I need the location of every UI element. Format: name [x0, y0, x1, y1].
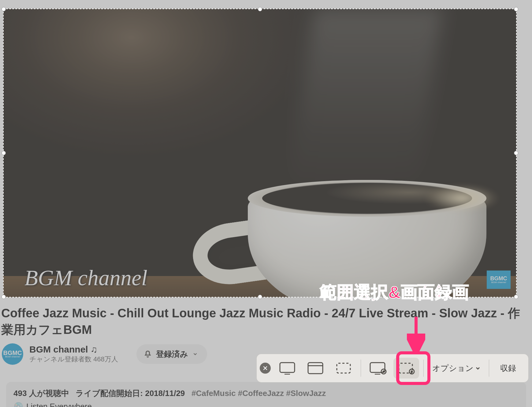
svg-point-12 — [411, 371, 413, 373]
toolbar-separator — [361, 360, 361, 377]
channel-subscribers: チャンネル登録者数 468万人 — [29, 355, 118, 364]
video-watermark: BGM channel — [24, 265, 147, 291]
subscribe-button[interactable]: 登録済み — [136, 344, 207, 364]
close-button[interactable] — [260, 363, 271, 374]
video-bg-glare — [425, 185, 499, 212]
annotation-label: 範囲選択&画面録画 — [320, 281, 469, 304]
screenshot-toolbar: オプション 収録 — [256, 354, 529, 383]
video-bg-steam — [288, 9, 442, 192]
disc-icon: 💿 — [13, 402, 23, 407]
annotation-arrow-icon — [407, 315, 425, 352]
page-root: BGM channel BGMC BGM channel Coffee Jazz… — [0, 0, 532, 407]
music-note-icon: ♫ — [91, 344, 98, 354]
avatar-subtext: BGM channel — [5, 356, 20, 358]
capture-selection-button[interactable] — [331, 358, 356, 379]
description-line: 💿 Listen Everywhere — [13, 402, 519, 407]
channel-name[interactable]: BGM channel ♫ — [29, 344, 118, 355]
bell-icon — [144, 350, 152, 358]
chevron-down-icon — [192, 351, 198, 357]
capture-entire-screen-button[interactable] — [274, 358, 300, 379]
svg-rect-6 — [370, 363, 385, 372]
subscribe-label: 登録済み — [156, 349, 188, 360]
svg-rect-10 — [399, 363, 412, 373]
record-selection-button[interactable] — [393, 358, 419, 379]
listen-everywhere-text: Listen Everywhere — [26, 402, 92, 407]
channel-avatar[interactable]: BGMC BGM channel — [2, 343, 23, 365]
toolbar-separator-2 — [423, 360, 424, 377]
channel-text: BGM channel ♫ チャンネル登録者数 468万人 — [29, 344, 118, 364]
logo-subtext: BGM channel — [491, 281, 506, 283]
record-label: 収録 — [500, 364, 516, 373]
record-screen-icon — [369, 362, 387, 375]
toolbar-separator-3 — [489, 360, 489, 377]
svg-rect-3 — [308, 363, 323, 374]
video-description[interactable]: 493 人が視聴中 ライブ配信開始日: 2018/11/29 #CafeMusi… — [6, 382, 526, 407]
record-entire-screen-button[interactable] — [365, 358, 391, 379]
record-button[interactable]: 収録 — [493, 363, 523, 374]
svg-point-9 — [383, 371, 385, 373]
close-icon — [263, 366, 268, 371]
channel-logo-overlay[interactable]: BGMC BGM channel — [487, 271, 511, 289]
video-title: Coffee Jazz Music - Chill Out Lounge Jaz… — [1, 305, 527, 338]
options-button[interactable]: オプション — [428, 363, 485, 374]
logo-text: BGMC — [490, 276, 507, 281]
svg-rect-1 — [280, 363, 295, 372]
record-selection-icon — [397, 362, 415, 375]
viewer-count: 493 人が視聴中 — [13, 389, 69, 398]
hashtags[interactable]: #CafeMusic #CoffeeJazz #SlowJazz — [192, 389, 326, 398]
stream-start-date: ライブ配信開始日: 2018/11/29 — [76, 389, 185, 398]
capture-window-button[interactable] — [303, 358, 328, 379]
video-player[interactable]: BGM channel BGMC BGM channel — [3, 9, 517, 297]
avatar-text: BGMC — [3, 350, 22, 356]
options-label: オプション — [432, 363, 474, 374]
window-icon — [307, 362, 324, 375]
svg-rect-5 — [337, 363, 350, 373]
channel-name-text: BGM channel — [29, 344, 88, 354]
chevron-down-icon — [475, 366, 480, 371]
screen-icon — [279, 362, 296, 375]
selection-icon — [335, 362, 352, 375]
